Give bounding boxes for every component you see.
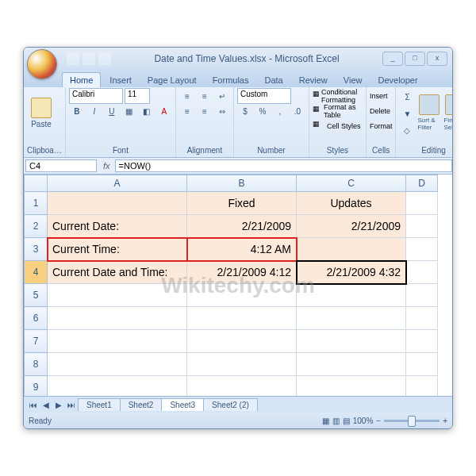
autosum-icon[interactable]: Σ (399, 89, 415, 105)
cell-b9[interactable] (187, 376, 297, 397)
cell-a3[interactable]: Current Time: (48, 238, 187, 261)
cell-b4[interactable]: 2/21/2009 4:12 (187, 261, 297, 284)
sort-filter-button[interactable]: Sort & Filter (417, 89, 441, 136)
percent-icon[interactable]: % (255, 103, 271, 119)
row-header-9[interactable]: 9 (25, 376, 48, 397)
view-break-icon[interactable]: ▤ (343, 416, 350, 425)
qat-redo-icon[interactable] (98, 52, 111, 65)
tab-developer[interactable]: Developer (370, 73, 424, 87)
zoom-slider[interactable] (384, 420, 440, 422)
col-header-a[interactable]: A (48, 175, 187, 192)
view-normal-icon[interactable]: ▦ (322, 416, 329, 425)
cell-b6[interactable] (187, 307, 297, 330)
cell-c4[interactable]: 2/21/2009 4:32 (297, 261, 406, 284)
formula-input[interactable]: =NOW() (115, 159, 452, 172)
paste-button[interactable]: Paste (27, 89, 56, 136)
cell-a8[interactable] (48, 353, 187, 376)
currency-icon[interactable]: $ (237, 103, 253, 119)
cell-b3[interactable]: 4:12 AM (187, 238, 297, 261)
cell-c2[interactable]: 2/21/2009 (297, 215, 406, 238)
row-header-2[interactable]: 2 (25, 215, 48, 238)
font-name-combo[interactable]: Calibri (69, 88, 123, 104)
zoom-in-button[interactable]: + (443, 416, 447, 425)
sheet-nav-first-icon[interactable]: ⏮ (27, 398, 40, 411)
qat-save-icon[interactable] (67, 52, 79, 65)
row-header-3[interactable]: 3 (25, 238, 48, 261)
sheet-nav-prev-icon[interactable]: ◀ (40, 398, 52, 411)
minimize-button[interactable]: _ (382, 52, 403, 66)
merge-button[interactable]: ⇔ (214, 103, 230, 119)
cell-d6[interactable] (406, 307, 438, 330)
cell-d5[interactable] (406, 284, 438, 307)
row-header-7[interactable]: 7 (25, 330, 48, 353)
row-header-4[interactable]: 4 (25, 261, 48, 284)
tab-review[interactable]: Review (292, 73, 335, 87)
sheet-tab-sheet1[interactable]: Sheet1 (78, 398, 121, 411)
cell-a9[interactable] (48, 376, 187, 397)
cell-d7[interactable] (406, 330, 438, 353)
sheet-tab-sheet2[interactable]: Sheet2 (120, 398, 163, 411)
tab-insert[interactable]: Insert (102, 73, 139, 87)
fill-icon[interactable]: ▼ (399, 106, 415, 121)
border-button[interactable]: ▦ (121, 103, 137, 119)
col-header-b[interactable]: B (187, 175, 297, 192)
find-select-button[interactable]: Find & Select (443, 89, 453, 136)
align-left-icon[interactable]: ≡ (179, 103, 195, 119)
cell-c1[interactable]: Updates (297, 192, 406, 215)
cell-b2[interactable]: 2/21/2009 (187, 215, 297, 238)
cell-b5[interactable] (187, 284, 297, 307)
cell-c7[interactable] (297, 330, 406, 353)
select-all-corner[interactable] (25, 175, 48, 192)
cell-d9[interactable] (406, 376, 438, 397)
cell-c8[interactable] (297, 353, 406, 376)
cell-a1[interactable] (48, 192, 187, 215)
cell-a7[interactable] (48, 330, 187, 353)
zoom-slider-thumb[interactable] (408, 416, 416, 427)
cell-c6[interactable] (297, 307, 406, 330)
comma-icon[interactable]: , (272, 103, 288, 119)
cell-b1[interactable]: Fixed (187, 192, 297, 215)
inc-decimal-icon[interactable]: .0 (290, 103, 305, 119)
tab-formulas[interactable]: Formulas (205, 73, 256, 87)
worksheet-grid[interactable]: Wikitechy.com A B C D 1 Fixed Updates 2 … (24, 175, 452, 396)
tab-data[interactable]: Data (257, 73, 290, 87)
name-box[interactable]: C4 (25, 159, 97, 172)
close-button[interactable]: x (427, 52, 447, 66)
maximize-button[interactable]: □ (405, 52, 425, 66)
cell-d8[interactable] (406, 353, 438, 376)
cell-d4[interactable] (406, 261, 438, 284)
tab-page-layout[interactable]: Page Layout (140, 73, 204, 87)
clear-icon[interactable]: ◇ (399, 122, 415, 138)
row-header-8[interactable]: 8 (25, 353, 48, 376)
row-header-1[interactable]: 1 (25, 192, 48, 215)
cell-d2[interactable] (406, 215, 438, 238)
row-header-6[interactable]: 6 (25, 307, 48, 330)
fx-icon[interactable]: fx (98, 161, 115, 171)
cell-c3[interactable] (297, 238, 406, 261)
italic-button[interactable]: I (86, 103, 102, 119)
col-header-d[interactable]: D (406, 175, 438, 192)
font-size-combo[interactable]: 11 (125, 88, 150, 104)
cell-a4[interactable]: Current Date and Time: (48, 261, 187, 284)
office-button[interactable] (27, 49, 57, 79)
underline-button[interactable]: U (104, 103, 120, 119)
zoom-level[interactable]: 100% (353, 416, 374, 425)
qat-undo-icon[interactable] (83, 52, 95, 65)
sheet-tab-sheet3[interactable]: Sheet3 (161, 398, 204, 411)
cell-d1[interactable] (406, 192, 438, 215)
cell-b7[interactable] (187, 330, 297, 353)
cell-c5[interactable] (297, 284, 406, 307)
cell-c9[interactable] (297, 376, 406, 397)
tab-view[interactable]: View (336, 73, 370, 87)
col-header-c[interactable]: C (297, 175, 406, 192)
sheet-nav-next-icon[interactable]: ▶ (52, 398, 65, 411)
view-layout-icon[interactable]: ▥ (332, 416, 340, 425)
align-top-icon[interactable]: ≡ (179, 88, 195, 104)
tab-home[interactable]: Home (62, 72, 101, 87)
row-header-5[interactable]: 5 (25, 284, 48, 307)
cell-a5[interactable] (48, 284, 187, 307)
font-color-button[interactable]: A (156, 103, 172, 119)
number-format-combo[interactable]: Custom (237, 88, 291, 104)
sheet-tab-sheet2-2[interactable]: Sheet2 (2) (203, 398, 258, 411)
cell-d3[interactable] (406, 238, 438, 261)
